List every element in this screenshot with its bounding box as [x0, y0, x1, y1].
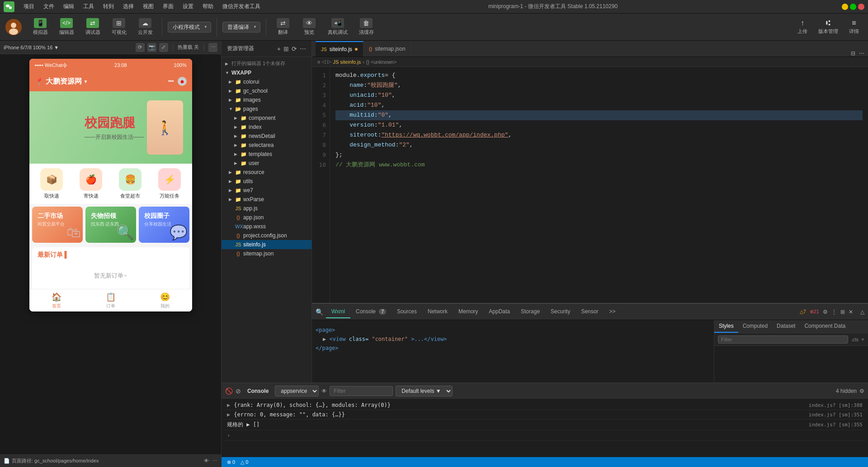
tree-folder-selectarea[interactable]: ▶ 📁 selectarea	[222, 141, 311, 150]
minimize-button[interactable]: ─	[842, 4, 848, 10]
translate-btn[interactable]: ⇄ 翻译	[272, 16, 294, 38]
menu-interface[interactable]: 界面	[159, 2, 177, 11]
device-selector[interactable]: iPhone 6/7/8 100% 16 ▼	[4, 45, 59, 50]
list-item[interactable]: 📦 取快递	[34, 168, 70, 199]
code-editor[interactable]: module.exports = { name: "校园跑腿", uniacid…	[330, 67, 868, 303]
tree-folder-resource[interactable]: ▶ 📁 resource	[222, 168, 311, 177]
tree-folder-user[interactable]: ▶ 📁 user	[222, 159, 311, 168]
menu-goto[interactable]: 转到	[99, 2, 118, 11]
subtab-styles[interactable]: Styles	[714, 320, 738, 333]
tree-folder-images[interactable]: ▶ 📁 images	[222, 95, 311, 104]
menu-wechat-tools[interactable]: 微信开发者工具	[219, 2, 264, 11]
tree-file-appjson[interactable]: {} app.json	[222, 213, 311, 222]
tab-more[interactable]: >>	[604, 306, 621, 318]
mode-select[interactable]: 小程序模式	[168, 22, 211, 33]
new-folder-btn[interactable]: ⊞	[283, 45, 289, 52]
tree-folder-we7[interactable]: ▶ 📁 we7	[222, 186, 311, 195]
fullscreen-btn[interactable]: ⤢	[159, 43, 168, 52]
tab-sensor[interactable]: Sensor	[576, 306, 604, 318]
console-input-row[interactable]: ›	[223, 430, 866, 441]
phone-tab-order[interactable]: 📋 订单	[84, 292, 138, 309]
user-avatar[interactable]	[5, 19, 22, 35]
tree-folder-templates[interactable]: ▶ 📁 templates	[222, 150, 311, 159]
console-block-btn[interactable]: 🚫	[225, 387, 233, 395]
breadcrumb-back[interactable]: ◁	[322, 59, 326, 65]
styles-filter-input[interactable]	[718, 335, 848, 344]
tree-file-sitemap[interactable]: {} sitemap.json	[222, 249, 311, 258]
subtab-component-data[interactable]: Component Data	[800, 320, 850, 333]
upload-btn[interactable]: ↑ 上传	[794, 17, 811, 37]
wxapp-section[interactable]: ▼ WXAPP	[222, 68, 311, 77]
subtab-computed[interactable]: Computed	[738, 320, 772, 333]
tab-console[interactable]: Console 7	[350, 306, 392, 318]
more-icon[interactable]: ⋯	[212, 458, 217, 464]
cloud-btn[interactable]: ☁ 云开发	[134, 16, 156, 38]
list-item[interactable]: ⚡ 万能任务	[152, 168, 188, 199]
maximize-button[interactable]: □	[850, 4, 856, 10]
phone-tab-home[interactable]: 🏠 首页	[29, 292, 84, 309]
more-btn[interactable]: ⋮	[831, 309, 837, 315]
tree-folder-component[interactable]: ▶ 📁 component	[222, 113, 311, 123]
menu-settings[interactable]: 设置	[179, 2, 197, 11]
tree-file-siteinfo[interactable]: JS siteinfo.js	[222, 240, 311, 249]
menu-edit[interactable]: 编辑	[60, 2, 78, 11]
tab-siteinfo[interactable]: JS siteinfo.js	[316, 41, 363, 57]
compile-select[interactable]: 普通编译	[222, 22, 260, 33]
screenshot-btn[interactable]: 📷	[147, 43, 156, 52]
hotreload-toggle[interactable]: 热重载 关	[178, 44, 199, 51]
html-line[interactable]: ▶ <view class= "container" >...</view>	[316, 335, 710, 344]
tab-sitemap[interactable]: {} sitemap.json	[363, 41, 411, 57]
clear-cache-btn[interactable]: 🗑 清缓存	[355, 16, 377, 38]
menu-project[interactable]: 项目	[20, 2, 38, 11]
more-options-btn[interactable]: ⋯	[208, 43, 217, 52]
real-device-btn[interactable]: 📲 真机调试	[324, 16, 351, 38]
close-devtools-btn[interactable]: ✕	[849, 309, 853, 315]
subtab-dataset[interactable]: Dataset	[772, 320, 800, 333]
tree-folder-gcschool[interactable]: ▶ 📁 gc_school	[222, 86, 311, 95]
console-eye-btn[interactable]: 👁	[321, 388, 327, 394]
minimap-btn[interactable]: ≡	[317, 59, 320, 65]
tab-network[interactable]: Network	[422, 306, 453, 318]
list-item[interactable]: 二手市场 闲置交易平台 🛍	[32, 207, 83, 243]
console-settings-btn[interactable]: ⚙	[859, 388, 864, 394]
tree-folder-newsdetail[interactable]: ▶ 📁 newsDetail	[222, 132, 311, 141]
breadcrumb-forward[interactable]: ▷	[327, 59, 331, 65]
list-item[interactable]: 🍎 寄快递	[73, 168, 109, 199]
tab-sources[interactable]: Sources	[392, 306, 422, 318]
tree-file-projectconfig[interactable]: {} project.config.json	[222, 231, 311, 240]
debugger-btn[interactable]: ⇄ 调试器	[81, 16, 104, 38]
refresh-btn[interactable]: ⟳	[292, 45, 297, 52]
rotate-btn[interactable]: ⟳	[136, 43, 145, 52]
menu-select[interactable]: 选择	[119, 2, 137, 11]
close-button[interactable]: ✕	[858, 4, 864, 10]
tree-file-appwxss[interactable]: WX app.wxss	[222, 222, 311, 231]
menu-dots[interactable]: •••	[168, 78, 174, 85]
filter-add-btn[interactable]: +	[861, 336, 864, 343]
tab-wxml[interactable]: Wxml	[326, 306, 350, 318]
split-editor-btn[interactable]: ⊟	[851, 50, 855, 57]
menu-help[interactable]: 帮助	[199, 2, 217, 11]
console-filter-input[interactable]	[330, 386, 393, 396]
tree-folder-wxparse[interactable]: ▶ 📁 wxParse	[222, 195, 311, 204]
menu-tools[interactable]: 工具	[80, 2, 98, 11]
console-level-select[interactable]: Default levels ▼	[396, 386, 453, 396]
tree-file-appjs[interactable]: JS app.js	[222, 204, 311, 213]
settings-btn[interactable]: ⚙	[823, 309, 828, 315]
menu-view[interactable]: 视图	[139, 2, 157, 11]
visualize-btn[interactable]: ⊞ 可视化	[108, 16, 130, 38]
console-input[interactable]	[233, 432, 863, 439]
detail-btn[interactable]: ≡ 详情	[845, 17, 863, 37]
record-btn[interactable]: ⏺	[178, 77, 187, 86]
filter-cls-label[interactable]: .cls	[851, 337, 859, 342]
tab-security[interactable]: Security	[545, 306, 576, 318]
new-file-btn[interactable]: +	[277, 45, 281, 52]
menu-file[interactable]: 文件	[40, 2, 58, 11]
list-item[interactable]: 🍔 食堂超市	[113, 168, 148, 199]
undock-btn[interactable]: ⊞	[840, 309, 845, 315]
list-item[interactable]: 失物招领 找东西 还东西 🔍	[85, 207, 136, 243]
simulator-btn[interactable]: 📱 模拟器	[29, 16, 52, 38]
tab-storage[interactable]: Storage	[515, 306, 545, 318]
eye-icon[interactable]: 👁	[204, 458, 209, 464]
editor-btn[interactable]: </> 编辑器	[55, 16, 78, 38]
phone-tab-profile[interactable]: 😊 我的	[138, 292, 192, 309]
